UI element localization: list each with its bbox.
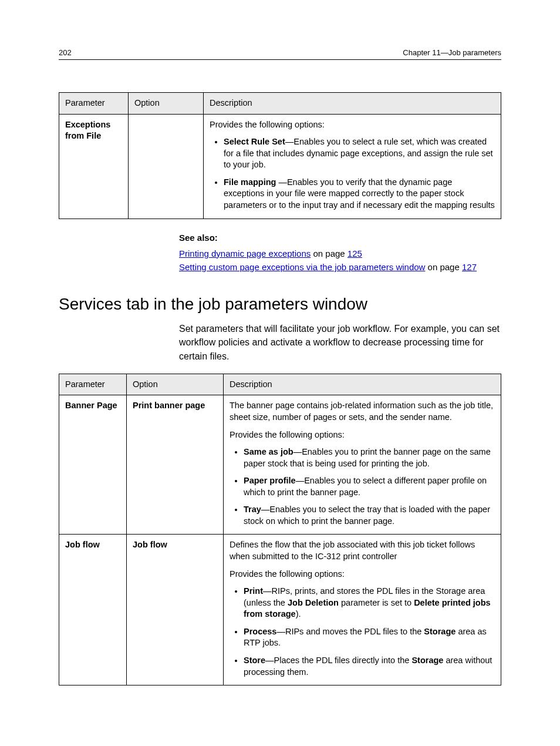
- link-suffix: on page: [311, 248, 348, 258]
- parameter-name: Exceptions from File: [65, 120, 110, 141]
- cell-parameter: Exceptions from File: [59, 114, 129, 219]
- bullet-text: —RIPs and moves the PDL files to the: [276, 627, 424, 636]
- see-also-title: See also:: [179, 231, 501, 244]
- desc-p2: Provides the following options:: [230, 569, 495, 580]
- section-intro: Set parameters that will facilitate your…: [179, 322, 501, 363]
- page: 202 Chapter 11—Job parameters Parameter …: [0, 0, 560, 746]
- desc-list: Select Rule Set—Enables you to select a …: [210, 136, 495, 211]
- link-page-125[interactable]: 125: [348, 248, 362, 258]
- link-setting-custom-exceptions[interactable]: Setting custom page exceptions via the j…: [179, 262, 425, 272]
- bullet-bold: Process: [244, 627, 276, 636]
- bullet-text3: ).: [296, 609, 301, 619]
- option-name: Print banner page: [133, 401, 205, 410]
- bullet-text: —Places the PDL files directly into the: [265, 656, 411, 665]
- table2-header-option: Option: [127, 374, 224, 395]
- bullet-bold2: Job Deletion: [288, 598, 339, 607]
- cell-description: Defines the flow that the job associated…: [224, 535, 501, 685]
- page-header: 202 Chapter 11—Job parameters: [59, 48, 501, 60]
- list-item: Paper profile—Enables you to select a di…: [244, 475, 495, 498]
- cell-option: [129, 114, 204, 219]
- desc-p2: Provides the following options:: [230, 429, 495, 441]
- bullet-bold: Same as job: [244, 447, 294, 456]
- cell-parameter: Job flow: [59, 535, 127, 685]
- table2-header-description: Description: [224, 374, 501, 395]
- exceptions-table: Parameter Option Description Exceptions …: [59, 92, 501, 219]
- table-row: Exceptions from File Provides the follow…: [59, 114, 501, 219]
- link-page-127[interactable]: 127: [462, 262, 477, 272]
- bullet-bold: Store: [244, 656, 265, 665]
- bullet-bold: Print: [244, 586, 263, 596]
- desc-p1: The banner page contains job-related inf…: [230, 400, 495, 423]
- list-item: Same as job—Enables you to print the ban…: [244, 446, 495, 469]
- list-item: Tray—Enables you to select the tray that…: [244, 504, 495, 527]
- desc-list: Same as job—Enables you to print the ban…: [230, 446, 495, 527]
- list-item: File mapping —Enables you to verify that…: [224, 177, 495, 211]
- cell-option: Print banner page: [127, 395, 224, 535]
- parameter-name: Banner Page: [65, 401, 117, 410]
- bullet-bold: File mapping: [224, 177, 278, 187]
- table1-header-description: Description: [204, 93, 501, 115]
- parameter-name: Job flow: [65, 540, 100, 549]
- table1-header-parameter: Parameter: [59, 93, 129, 115]
- section-title: Services tab in the job parameters windo…: [59, 295, 501, 314]
- desc-p1: Defines the flow that the job associated…: [230, 539, 495, 562]
- table1-header-option: Option: [129, 93, 204, 115]
- bullet-bold: Paper profile: [244, 476, 296, 485]
- desc-intro: Provides the following options:: [210, 119, 495, 131]
- desc-list: Print—RIPs, prints, and stores the PDL f…: [230, 586, 495, 678]
- link-suffix: on page: [425, 262, 462, 272]
- see-also-line-1: Printing dynamic page exceptions on page…: [179, 247, 501, 260]
- list-item: Select Rule Set—Enables you to select a …: [224, 136, 495, 171]
- bullet-bold: Select Rule Set: [224, 137, 285, 146]
- table-row: Banner Page Print banner page The banner…: [59, 395, 501, 535]
- list-item: Print—RIPs, prints, and stores the PDL f…: [244, 586, 495, 620]
- table-row: Job flow Job flow Defines the flow that …: [59, 535, 501, 685]
- cell-option: Job flow: [127, 535, 224, 685]
- bullet-bold2: Storage: [411, 656, 443, 665]
- table2-header-parameter: Parameter: [59, 374, 127, 395]
- bullet-bold2: Storage: [424, 627, 456, 636]
- see-also-block: See also: Printing dynamic page exceptio…: [179, 231, 501, 274]
- cell-parameter: Banner Page: [59, 395, 127, 535]
- see-also-line-2: Setting custom page exceptions via the j…: [179, 260, 501, 274]
- link-printing-dynamic-exceptions[interactable]: Printing dynamic page exceptions: [179, 248, 311, 258]
- bullet-text: —Enables you to select the tray that is …: [244, 505, 490, 526]
- cell-description: Provides the following options: Select R…: [204, 114, 501, 219]
- chapter-label: Chapter 11—Job parameters: [403, 48, 501, 57]
- page-number: 202: [59, 48, 72, 57]
- list-item: Store—Places the PDL files directly into…: [244, 655, 495, 678]
- bullet-text2: parameter is set to: [339, 598, 414, 607]
- list-item: Process—RIPs and moves the PDL files to …: [244, 626, 495, 649]
- bullet-bold: Tray: [244, 505, 261, 514]
- cell-description: The banner page contains job-related inf…: [224, 395, 501, 535]
- services-table: Parameter Option Description Banner Page…: [59, 374, 501, 685]
- option-name: Job flow: [133, 540, 167, 549]
